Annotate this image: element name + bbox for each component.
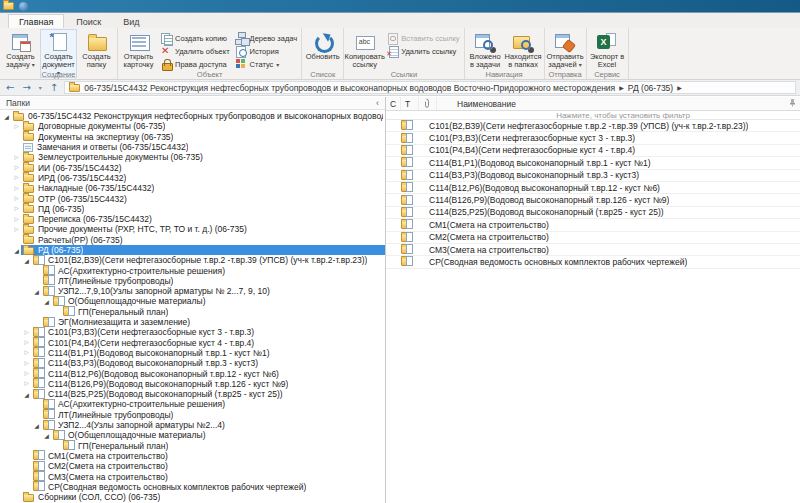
tree-item[interactable]: Замечания и ответы (06-735/15С4432) <box>0 142 385 152</box>
tree-item[interactable]: Расчеты(РР) (06-735) <box>0 235 385 245</box>
list-row[interactable]: С101(Р3,В3)(Сети нефтегазосборные куст 3… <box>386 132 800 144</box>
tree-item[interactable]: ЛТ(Линейные трубопроводы) <box>0 276 385 286</box>
paperclip-icon[interactable] <box>419 97 437 110</box>
tree-item[interactable]: ▷Накладные (06-735/15С4432) <box>0 183 385 193</box>
expand-arrow-icon[interactable]: ▷ <box>12 153 21 162</box>
filter-row[interactable]: Нажмите, чтобы установить фильтр <box>386 111 800 120</box>
forward-button[interactable]: → <box>20 83 32 93</box>
create-copy-button[interactable]: Создать копию <box>158 32 232 44</box>
collapse-arrow-icon[interactable]: ◢ <box>12 246 21 255</box>
expand-arrow-icon[interactable]: ▷ <box>12 122 21 131</box>
tree-item[interactable]: ГП(Генеральный план) <box>0 307 385 317</box>
tree-item[interactable]: ▷С114(В3,Р3)(Водовод высоконапорный т.вр… <box>0 358 385 368</box>
tree-item[interactable]: ▷Землеустроительные документы (06-735) <box>0 152 385 162</box>
create-folder-button[interactable]: Создать папку <box>78 29 115 70</box>
tree-item[interactable]: ◢УЗП2...7,9,10(Узлы запорной арматуры № … <box>0 286 385 296</box>
tree-item[interactable]: ▷ИРД (06-735/15С4432) <box>0 173 385 183</box>
status-button[interactable]: Статус ▾ <box>233 58 300 70</box>
expand-arrow-icon[interactable]: ▷ <box>12 163 21 172</box>
list-row[interactable]: СР(Сводная ведомость основных комплектов… <box>386 256 800 268</box>
breadcrumb-separator-icon[interactable]: ▶ <box>619 84 624 91</box>
tree-item[interactable]: ▷С114(В126,Р9)(Водовод высоконапорный т.… <box>0 379 385 389</box>
remove-link-button[interactable]: Удалить ссылку <box>384 45 461 57</box>
history-button[interactable]: История <box>233 45 300 57</box>
list-row[interactable]: С101(Р4,В4)(Сети нефтегазосборные куст 4… <box>386 145 800 157</box>
expand-arrow-icon[interactable]: ▷ <box>12 225 21 234</box>
column-header-t[interactable]: Т <box>401 97 419 110</box>
expand-arrow-icon[interactable]: ▷ <box>22 359 31 368</box>
tree-item[interactable]: Документы на экспертизу (06-735) <box>0 132 385 142</box>
tree-item[interactable]: ◢О(Общеплощадочные материалы) <box>0 296 385 306</box>
tree-item[interactable]: ▷С114(В1,Р1)(Водовод высоконапорный т.вр… <box>0 348 385 358</box>
insert-link-button[interactable]: Вставить ссылку <box>384 32 461 44</box>
expand-arrow-icon[interactable]: ▷ <box>22 338 31 347</box>
tree-item[interactable]: АС(Архитектурно-строительные решения) <box>0 265 385 275</box>
breadcrumb-root[interactable]: 06-735/15С4432 Реконструкция нефтесборны… <box>84 83 615 93</box>
list-row[interactable]: СМ3(Смета на строительство) <box>386 244 800 256</box>
tree-item[interactable]: ▷С101(Р4,В4)(Сети нефтегазосборные куст … <box>0 338 385 348</box>
tree-item[interactable]: ▷ОТР (06-735/15С4432) <box>0 193 385 203</box>
tree-item[interactable]: СМ3(Смета на строительство) <box>0 471 385 481</box>
tree-item[interactable]: Сборники (СОЛ, ССО) (06-735) <box>0 492 385 502</box>
up-button[interactable]: ↑ <box>48 83 60 93</box>
collapse-arrow-icon[interactable]: ◢ <box>22 390 31 399</box>
collapse-arrow-icon[interactable]: ◢ <box>2 112 11 121</box>
tree-item[interactable]: ◢УЗП2...4(Узлы запорной арматуры №2...4) <box>0 420 385 430</box>
list-row[interactable]: СМ1(Смета на строительство) <box>386 219 800 231</box>
copy-link-button[interactable]: Копировать ссылку <box>346 29 383 70</box>
expand-arrow-icon[interactable]: ▷ <box>12 173 21 182</box>
breadcrumb-current[interactable]: РД (06-735) <box>628 83 673 93</box>
tree-item[interactable]: СМ2(Смета на строительство) <box>0 461 385 471</box>
collapse-arrow-icon[interactable]: ◢ <box>22 256 31 265</box>
list-row[interactable]: С114(В3,Р3)(Водовод высоконапорный т.вр.… <box>386 170 800 182</box>
column-header-name[interactable]: Наименование <box>437 97 789 110</box>
access-rights-button[interactable]: Права доступа <box>158 58 232 70</box>
list-row[interactable]: СМ2(Смета на строительство) <box>386 232 800 244</box>
expand-arrow-icon[interactable]: ▷ <box>22 379 31 388</box>
tree-item[interactable]: ◢С101(В2,В39)(Сети нефтегазосборные т.вр… <box>0 255 385 265</box>
collapse-arrow-icon[interactable]: ◢ <box>42 297 51 306</box>
tree-item[interactable]: ▷С101(Р3,В3)(Сети нефтегазосборные куст … <box>0 327 385 337</box>
tab-home[interactable]: Главная <box>8 14 64 28</box>
tree-item[interactable]: ◢06-735/15С4432 Реконструкция нефтесборн… <box>0 111 385 121</box>
in-tasks-button[interactable]: Вложено в задачи <box>467 29 504 70</box>
tree-item[interactable]: ЭГ(Молниезащита и заземление) <box>0 317 385 327</box>
list-row[interactable]: С114(В126,Р9)(Водовод высоконапорный т.в… <box>386 194 800 206</box>
breadcrumb[interactable]: 06-735/15С4432 Реконструкция нефтесборны… <box>64 81 796 94</box>
delete-object-button[interactable]: Удалить объект <box>158 45 232 57</box>
back-button[interactable]: ← <box>4 83 16 93</box>
list-row[interactable]: С114(В25,Р25)(Водовод высоконапорный (т.… <box>386 207 800 219</box>
history-dropdown-icon[interactable]: ▾ <box>37 83 44 93</box>
pin-icon[interactable] <box>789 98 796 109</box>
in-folders-button[interactable]: Находится в папках <box>505 29 542 70</box>
tree-item[interactable]: ГП(Генеральный план) <box>0 441 385 451</box>
task-tree-button[interactable]: Дерево задач <box>233 32 300 44</box>
tree-item[interactable]: ▷С114(В12,Р6)(Водовод высоконапорный т.в… <box>0 368 385 378</box>
open-card-button[interactable]: Открыть карточку <box>120 29 157 70</box>
tree-item[interactable]: АС(Архитектурно-строительные решения) <box>0 399 385 409</box>
collapse-panel-icon[interactable]: ‹ <box>376 99 379 108</box>
tree-item[interactable]: ▷ПД (06-735) <box>0 204 385 214</box>
expand-arrow-icon[interactable]: ▷ <box>22 348 31 357</box>
collapse-arrow-icon[interactable]: ◢ <box>42 431 51 440</box>
expand-arrow-icon[interactable]: ▷ <box>12 215 21 224</box>
expand-arrow-icon[interactable]: ▷ <box>22 369 31 378</box>
tree-item[interactable]: ◢С114(В25,Р25)(Водовод высоконапорный (т… <box>0 389 385 399</box>
breadcrumb-separator-icon[interactable]: ▶ <box>677 84 682 91</box>
list-row[interactable]: С101(В2,В39)(Сети нефтегазосборные т.вр.… <box>386 120 800 132</box>
export-excel-button[interactable]: Экспорт в Excel <box>589 29 626 70</box>
tab-view[interactable]: Вид <box>113 15 149 28</box>
collapse-arrow-icon[interactable]: ◢ <box>32 287 41 296</box>
tree-item[interactable]: ▷Договорные документы (06-735) <box>0 121 385 131</box>
tree-item[interactable]: СР(Сводная ведомость основных комплектов… <box>0 482 385 492</box>
column-header-c[interactable]: С <box>386 97 401 110</box>
tree-item[interactable]: ▷ИИ (06-735/15С4432) <box>0 162 385 172</box>
quick-access-icon[interactable] <box>19 2 28 11</box>
tree-item[interactable]: ◢О(Общеплощадочные материалы) <box>0 430 385 440</box>
refresh-button[interactable]: Обновить <box>304 29 341 62</box>
list-row[interactable]: С114(В12,Р6)(Водовод высоконапорный т.вр… <box>386 182 800 194</box>
send-task-button[interactable]: Отправить задачей ▾ <box>547 29 584 70</box>
tab-search[interactable]: Поиск <box>66 15 111 28</box>
expand-arrow-icon[interactable]: ▷ <box>12 194 21 203</box>
list-row[interactable]: С114(В1,Р1)(Водовод высоконапорный т.вр.… <box>386 157 800 169</box>
